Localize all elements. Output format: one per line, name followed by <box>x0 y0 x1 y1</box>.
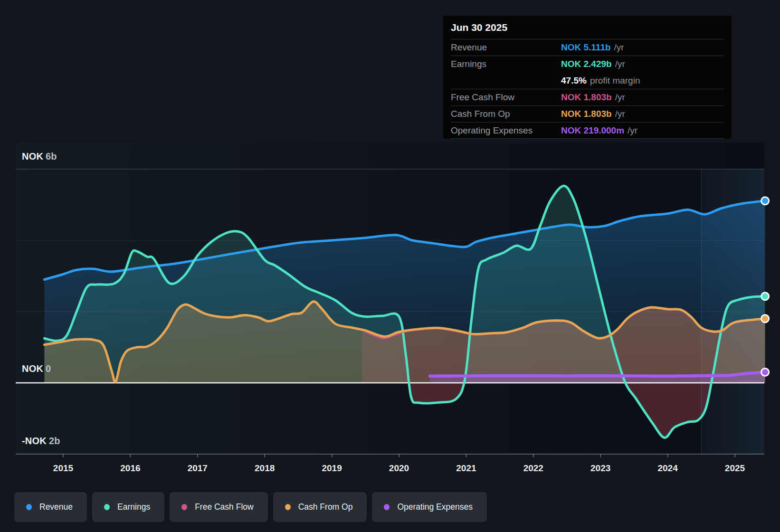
financial-history-page: NOK6b NOK0 -NOK2b 2015201620172018201920… <box>0 0 780 532</box>
x-tick-label-2021: 2021 <box>456 463 476 474</box>
x-tick-label-2025: 2025 <box>725 463 745 474</box>
y-axis-label-0: NOK0 <box>22 363 51 374</box>
x-tick-label-2020: 2020 <box>389 463 409 474</box>
free-cash-flow-dot-icon <box>181 504 187 510</box>
tooltip-row-earnings: Earnings NOK 2.429b /yr <box>451 56 724 72</box>
revenue-dot-icon <box>26 504 32 510</box>
legend-item-operating-expenses[interactable]: Operating Expenses <box>372 492 487 522</box>
tooltip-row-free-cash-flow: Free Cash Flow NOK 1.803b /yr <box>451 89 724 105</box>
operating-expenses-dot-icon <box>384 504 390 510</box>
y-axis-label-neg2b: -NOK2b <box>22 436 60 446</box>
tooltip-row-cash-from-op: Cash From Op NOK 1.803b /yr <box>451 105 724 122</box>
earnings-dot-icon <box>104 504 110 510</box>
x-tick-label-2018: 2018 <box>255 463 275 474</box>
tooltip-date: Jun 30 2025 <box>451 16 724 39</box>
legend-item-free-cash-flow[interactable]: Free Cash Flow <box>170 492 268 522</box>
x-tick-label-2024: 2024 <box>657 463 677 474</box>
tooltip-row-operating-expenses: Operating Expenses NOK 219.000m /yr <box>451 122 724 139</box>
x-tick-label-2015: 2015 <box>53 463 73 474</box>
legend-item-cash-from-op[interactable]: Cash From Op <box>273 492 367 522</box>
tooltip-row-profit-margin: 47.5% profit margin <box>451 72 724 89</box>
cash-from-op-dot-icon <box>285 504 291 510</box>
legend-item-earnings[interactable]: Earnings <box>92 492 164 522</box>
legend-item-revenue[interactable]: Revenue <box>14 492 87 522</box>
x-tick-label-2019: 2019 <box>322 463 342 474</box>
x-tick-label-2017: 2017 <box>188 463 208 474</box>
y-axis-label-6b: NOK6b <box>22 151 57 162</box>
x-tick-label-2016: 2016 <box>120 463 140 474</box>
x-tick-label-2022: 2022 <box>523 463 543 474</box>
legend: Revenue Earnings Free Cash Flow Cash Fro… <box>14 492 487 522</box>
chart-tooltip: Jun 30 2025 Revenue NOK 5.111b /yr Earni… <box>443 16 732 139</box>
tooltip-row-revenue: Revenue NOK 5.111b /yr <box>451 39 724 56</box>
x-tick-label-2023: 2023 <box>590 463 610 474</box>
